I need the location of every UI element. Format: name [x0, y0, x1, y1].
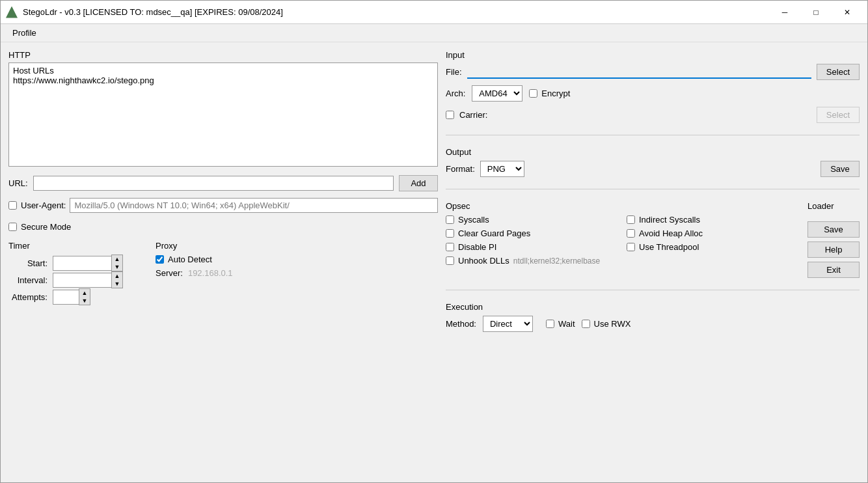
attempts-spinner: 1 ▲ ▼ [53, 288, 90, 305]
help-button[interactable]: Help [807, 242, 860, 258]
server-value: 192.168.0.1 [188, 268, 233, 278]
carrier-checkbox[interactable] [446, 111, 454, 119]
right-panel: Input File: Select Arch: AMD64 x86 ARM64 [438, 50, 860, 475]
avoid-heap-alloc-label: Avoid Heap Alloc [639, 228, 703, 238]
timer-group: Timer Start: 12:00:00 AM ▲ ▼ Interval: [8, 241, 123, 305]
start-up-arrow[interactable]: ▲ [112, 255, 122, 263]
carrier-label: Carrier: [459, 110, 487, 120]
close-button[interactable]: ✕ [832, 3, 862, 22]
interval-up-arrow[interactable]: ▲ [112, 272, 122, 280]
attempts-input[interactable]: 1 [53, 290, 79, 305]
indirect-syscalls-checkbox[interactable] [627, 215, 635, 224]
indirect-syscalls-row: Indirect Syscalls [627, 215, 794, 225]
attempts-up-arrow[interactable]: ▲ [79, 289, 90, 297]
window-title: StegoLdr - v0.3 [LICENSED TO: mdsec__qa]… [23, 7, 770, 17]
proxy-group: Proxy Auto Detect Server: 192.168.0.1 [156, 241, 233, 305]
wait-checkbox[interactable] [546, 320, 554, 328]
left-panel: HTTP Host URLs https://www.nighthawkc2.i… [8, 50, 438, 475]
loader-save-button[interactable]: Save [807, 221, 860, 238]
secure-mode-checkbox[interactable] [8, 223, 17, 231]
syscalls-checkbox[interactable] [446, 215, 454, 224]
start-label: Start: [8, 258, 47, 268]
carrier-row: Carrier: Select [446, 107, 860, 123]
start-down-arrow[interactable]: ▼ [112, 263, 122, 271]
http-label: HTTP [8, 50, 438, 60]
clear-guard-pages-label: Clear Guard Pages [458, 228, 530, 238]
divider-3 [446, 290, 860, 290]
user-agent-checkbox[interactable] [8, 201, 17, 210]
exit-button[interactable]: Exit [807, 262, 860, 278]
attempts-row: Attempts: 1 ▲ ▼ [8, 288, 123, 305]
carrier-select-button[interactable]: Select [817, 107, 860, 123]
file-input[interactable] [467, 65, 811, 79]
execution-heading: Execution [446, 302, 860, 312]
loader-column: Loader Save Help Exit [807, 201, 860, 278]
start-spinner: 12:00:00 AM ▲ ▼ [53, 255, 123, 271]
timer-label-heading: Timer [8, 241, 123, 251]
interval-input[interactable]: 12:00:00 AM [53, 273, 111, 288]
encrypt-checkbox[interactable] [529, 89, 537, 98]
unhook-dlls-label: Unhook DLLs [458, 256, 509, 266]
maximize-button[interactable]: □ [801, 3, 831, 22]
unhook-dlls-checkbox[interactable] [446, 256, 454, 265]
minimize-button[interactable]: ─ [770, 3, 800, 22]
arch-row: Arch: AMD64 x86 ARM64 Encrypt [446, 85, 860, 102]
url-label: URL: [8, 178, 28, 188]
file-select-button[interactable]: Select [817, 64, 860, 80]
unhook-dlls-hint: ntdll;kernel32;kernelbase [513, 256, 600, 266]
use-rwx-checkbox[interactable] [582, 320, 590, 328]
wait-row: Wait [546, 319, 575, 329]
use-threadpool-label: Use Threadpool [639, 242, 699, 252]
opsec-grid: Syscalls Indirect Syscalls Clear Guard P… [446, 215, 794, 252]
input-heading: Input [446, 50, 860, 60]
url-input[interactable] [33, 176, 394, 191]
url-row: URL: Add [8, 175, 438, 191]
user-agent-label: User-Agent: [21, 200, 66, 210]
auto-detect-label: Auto Detect [168, 255, 212, 264]
start-input[interactable]: 12:00:00 AM [53, 256, 111, 271]
menu-item-profile[interactable]: Profile [8, 27, 40, 39]
attempts-arrows: ▲ ▼ [79, 288, 90, 305]
wait-label: Wait [558, 319, 575, 329]
user-agent-input[interactable] [70, 198, 438, 213]
input-section: Input File: Select Arch: AMD64 x86 ARM64 [446, 50, 860, 123]
clear-guard-pages-checkbox[interactable] [446, 229, 454, 238]
output-save-button[interactable]: Save [821, 161, 860, 177]
main-window: StegoLdr - v0.3 [LICENSED TO: mdsec__qa]… [0, 0, 868, 483]
attempts-label: Attempts: [8, 292, 47, 302]
secure-mode-label: Secure Mode [21, 222, 71, 232]
interval-arrows: ▲ ▼ [111, 271, 123, 288]
arch-dropdown[interactable]: AMD64 x86 ARM64 [472, 85, 522, 102]
use-threadpool-checkbox[interactable] [627, 243, 635, 251]
timer-interval-row: Interval: 12:00:00 AM ▲ ▼ [8, 271, 123, 288]
format-row: Format: PNG BMP JPEG Save [446, 161, 860, 177]
avoid-heap-alloc-checkbox[interactable] [627, 229, 635, 238]
opsec-loader-container: Opsec Syscalls Indirect Syscalls [446, 201, 860, 278]
method-dropdown[interactable]: Direct Indirect Thread [483, 316, 533, 332]
use-rwx-row: Use RWX [582, 319, 631, 329]
loader-heading: Loader [807, 201, 834, 211]
http-urls-textarea[interactable]: Host URLs https://www.nighthawkc2.io/ste… [8, 62, 438, 167]
file-label: File: [446, 67, 462, 77]
secure-mode-row: Secure Mode [8, 222, 438, 232]
avoid-heap-alloc-row: Avoid Heap Alloc [627, 228, 794, 238]
proxy-heading: Proxy [156, 241, 233, 251]
app-icon [6, 7, 18, 18]
opsec-main: Opsec Syscalls Indirect Syscalls [446, 201, 794, 278]
interval-down-arrow[interactable]: ▼ [112, 280, 122, 288]
auto-detect-checkbox[interactable] [156, 255, 164, 264]
timer-start-row: Start: 12:00:00 AM ▲ ▼ [8, 255, 123, 271]
user-agent-row: User-Agent: [8, 198, 438, 213]
indirect-syscalls-label: Indirect Syscalls [639, 215, 700, 225]
add-button[interactable]: Add [399, 175, 438, 191]
format-dropdown[interactable]: PNG BMP JPEG [480, 161, 524, 177]
syscalls-row: Syscalls [446, 215, 614, 225]
interval-spinner: 12:00:00 AM ▲ ▼ [53, 271, 123, 288]
format-label: Format: [446, 164, 475, 174]
output-heading: Output [446, 147, 860, 157]
auto-detect-row: Auto Detect [156, 255, 233, 264]
attempts-down-arrow[interactable]: ▼ [79, 297, 90, 305]
disable-pi-checkbox[interactable] [446, 243, 454, 251]
opsec-heading: Opsec [446, 201, 794, 211]
menubar: Profile [1, 24, 867, 42]
